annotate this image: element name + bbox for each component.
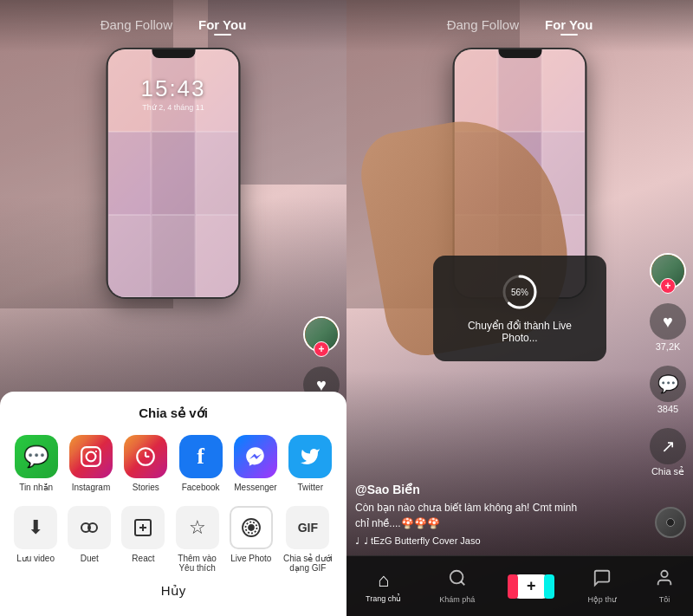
svg-point-1: [87, 452, 96, 462]
twitter-label: Twitter: [298, 483, 323, 492]
kham-pha-label: Khám phá: [439, 595, 475, 604]
instagram-icon: [69, 435, 113, 478]
messenger-label: Messenger: [234, 483, 276, 492]
share-apps-row: 💬 Tin nhắn Instagram Stories f Facebook: [0, 435, 346, 492]
nav-add[interactable]: +: [513, 574, 549, 599]
right-comment-icon: 💬: [650, 366, 686, 402]
share-instagram[interactable]: Instagram: [69, 435, 113, 492]
react-icon: [121, 506, 165, 549]
svg-point-18: [661, 571, 667, 577]
svg-point-2: [95, 451, 97, 452]
svg-rect-0: [81, 447, 100, 466]
left-following-tab[interactable]: Đang Follow: [100, 17, 172, 32]
user-info: @Sao Biển Còn bạn nào chưa biết làm khôn…: [355, 483, 641, 547]
live-photo-icon: [230, 506, 273, 549]
right-share-button[interactable]: ↗ Chia sẻ: [650, 428, 686, 477]
nav-toi[interactable]: Tôi: [655, 568, 674, 604]
left-follow-plus[interactable]: +: [314, 341, 329, 357]
share-twitter[interactable]: Twitter: [288, 435, 332, 492]
music-row: ♩ ♩ tEzG Butterfly Cover Jaso: [355, 535, 641, 547]
phone-date: Thứ 2, 4 tháng 11: [142, 103, 204, 112]
profile-icon: [655, 568, 674, 593]
svg-line-17: [461, 581, 464, 585]
share-tin-nhan[interactable]: 💬 Tin nhắn: [15, 435, 58, 492]
action-duet[interactable]: Duet: [68, 506, 111, 573]
nav-hop-thu[interactable]: Hộp thư: [587, 568, 617, 604]
toi-label: Tôi: [659, 595, 670, 604]
right-comment-button[interactable]: 💬 3845: [650, 366, 686, 414]
them-vao-label: Thêm vàoYêu thích: [178, 554, 216, 573]
action-luu-video[interactable]: ⬇ Lưu video: [14, 506, 57, 573]
bottom-navigation: ⌂ Trang chủ Khám phá + Hộp thư Tôi: [346, 555, 693, 616]
right-avatar-container: +: [650, 253, 686, 289]
left-avatar-container: +: [303, 316, 340, 353]
luu-video-icon: ⬇: [14, 506, 57, 549]
action-live-photo[interactable]: Live Photo: [230, 506, 273, 573]
react-label: React: [132, 554, 154, 563]
share-facebook[interactable]: f Facebook: [179, 435, 223, 492]
right-heart-icon: ♥: [650, 303, 686, 340]
right-screen: 56% Chuyển đổi thành Live Photo... Đang …: [346, 0, 693, 616]
share-messenger[interactable]: Messenger: [234, 435, 277, 492]
messenger-icon: [234, 435, 277, 478]
right-phone-notch: [498, 49, 541, 58]
music-disc: [655, 507, 686, 538]
plus-icon: +: [527, 577, 536, 595]
left-for-you-tab[interactable]: For You: [198, 17, 246, 32]
nav-kham-pha[interactable]: Khám phá: [439, 568, 475, 604]
right-like-button[interactable]: ♥ 37,2K: [650, 303, 686, 352]
conversion-percent: 56%: [511, 287, 528, 296]
left-screen: 15:43 Thứ 2, 4 tháng 11 Đang Follow For …: [0, 0, 346, 616]
svg-point-12: [249, 525, 254, 530]
luu-video-label: Lưu video: [16, 554, 55, 563]
right-like-count: 37,2K: [656, 341, 681, 352]
action-chia-se-gif[interactable]: GIF Chia sẻ dướidạng GIF: [283, 506, 333, 573]
share-panel: Chia sẻ với 💬 Tin nhắn Instagram Stories…: [0, 392, 346, 616]
instagram-label: Instagram: [72, 483, 110, 492]
conversion-overlay: 56% Chuyển đổi thành Live Photo...: [433, 256, 606, 361]
phone-time: 15:43: [140, 75, 205, 102]
gif-icon: GIF: [286, 506, 329, 549]
right-top-nav: Đang Follow For You: [346, 17, 693, 32]
them-vao-icon: ☆: [176, 506, 219, 549]
right-following-tab[interactable]: Đang Follow: [447, 17, 519, 32]
svg-point-16: [450, 571, 463, 584]
music-note-icon: ♩: [355, 535, 359, 547]
right-for-you-tab[interactable]: For You: [545, 17, 593, 32]
share-stories[interactable]: Stories: [124, 435, 167, 492]
action-react[interactable]: React: [121, 506, 165, 573]
right-share-icon: ↗: [650, 428, 686, 464]
video-description: Còn bạn nào chưa biết làm không ah! Cmt …: [355, 500, 641, 531]
facebook-icon: f: [179, 435, 223, 478]
inbox-icon: [593, 568, 612, 593]
cancel-button[interactable]: Hủy: [0, 583, 346, 599]
share-actions-row: ⬇ Lưu video Duet React ☆ Thêm vàoYêu thí…: [0, 506, 346, 573]
hop-thu-label: Hộp thư: [587, 595, 617, 604]
desc-line1: Còn bạn nào chưa biết làm không ah! Cmt …: [355, 502, 577, 514]
chia-se-gif-label: Chia sẻ dướidạng GIF: [283, 554, 333, 573]
home-icon: ⌂: [378, 569, 389, 592]
duet-icon: [68, 506, 111, 549]
stories-label: Stories: [133, 483, 159, 492]
add-button[interactable]: +: [513, 574, 549, 599]
twitter-icon: [288, 435, 332, 478]
trang-chu-label: Trang chủ: [366, 594, 401, 603]
duet-label: Duet: [81, 554, 99, 563]
right-follow-plus[interactable]: +: [660, 278, 676, 294]
action-them-vao[interactable]: ☆ Thêm vàoYêu thích: [176, 506, 219, 573]
right-right-icons: + ♥ 37,2K 💬 3845 ↗ Chia sẻ: [650, 253, 686, 477]
nav-trang-chu[interactable]: ⌂ Trang chủ: [366, 569, 401, 603]
right-share-label: Chia sẻ: [651, 466, 684, 477]
conversion-text: Chuyển đổi thành Live Photo...: [457, 320, 582, 344]
desc-line2: chỉ nhề....🍄🍄🍄: [355, 517, 440, 529]
tin-nhan-icon: 💬: [15, 435, 58, 478]
stories-icon: [124, 435, 167, 478]
username: @Sao Biển: [355, 483, 641, 496]
search-icon: [448, 568, 467, 593]
music-text: ♩ tEzG Butterfly Cover Jaso: [364, 535, 481, 547]
facebook-label: Facebook: [182, 483, 220, 492]
tin-nhan-label: Tin nhắn: [19, 483, 53, 492]
phone-mockup: 15:43 Thứ 2, 4 tháng 11: [107, 48, 241, 299]
right-comment-count: 3845: [657, 404, 678, 414]
phone-notch: [152, 49, 195, 58]
